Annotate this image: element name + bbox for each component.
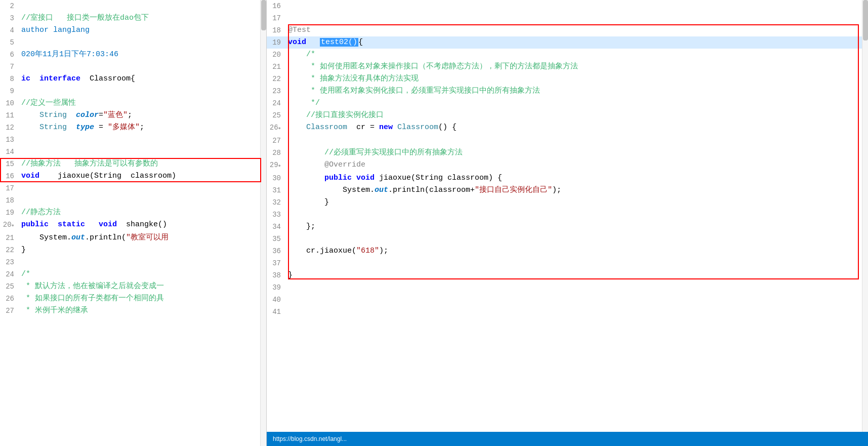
table-row: 28 //必须重写并实现接口中的所有抽象方法 (267, 147, 868, 159)
line-number: 33 (267, 209, 286, 221)
table-row: 23 (0, 256, 266, 268)
right-code-panel: 161718@Test19void test02(){20 /*21 * 如何使… (267, 0, 868, 446)
line-content: /* (286, 49, 868, 61)
line-number: 39 (267, 281, 286, 294)
table-row: 25 * 默认方法，他在被编译之后就会变成一 (0, 280, 266, 293)
table-row: 38} (267, 269, 868, 281)
table-row: 19//静态方法 (0, 207, 266, 219)
table-row: 21 * 如何使用匿名对象来操作接口（不考虑静态方法），剩下的方法都是抽象方法 (267, 61, 868, 73)
line-content: String type = "多媒体"; (19, 121, 266, 134)
line-number: 32 (267, 196, 286, 209)
line-number: 13 (0, 134, 19, 146)
line-number: 19 (0, 207, 19, 219)
left-code-panel: 23//室接口 接口类一般放在dao包下4author langlang5602… (0, 0, 267, 446)
table-row: 6020年11月1日下午7:03:46 (0, 49, 266, 61)
line-number: 24 (267, 97, 286, 109)
line-number: 35 (267, 233, 286, 245)
line-content: @Test (286, 24, 868, 36)
line-number: 31 (267, 184, 286, 196)
line-number: 15 (0, 158, 19, 170)
table-row: 32 } (267, 196, 868, 209)
line-content: //定义一些属性 (19, 97, 266, 109)
line-content: //室接口 接口类一般放在dao包下 (19, 12, 266, 24)
table-row: 8ic interface Classroom{ (0, 73, 266, 85)
line-content: System.out.println(classroom+"接口自己实例化自己"… (286, 184, 868, 196)
line-content: //接口直接实例化接口 (286, 109, 868, 121)
line-number: 17 (267, 12, 286, 24)
line-content: ic interface Classroom{ (19, 73, 266, 85)
table-row: 9 (0, 85, 266, 97)
left-scrollbar-thumb[interactable] (261, 0, 266, 30)
line-number: 26● (267, 121, 286, 135)
line-number: 11 (0, 109, 19, 121)
table-row: 24/* (0, 268, 266, 280)
line-content: } (286, 196, 868, 209)
status-bar: https://blog.csdn.net/langl... (267, 432, 868, 446)
line-number: 3 (0, 12, 19, 24)
line-number: 24 (0, 268, 19, 280)
line-number: 29● (267, 159, 286, 172)
line-content: //必须重写并实现接口中的所有抽象方法 (286, 147, 868, 159)
line-content: * 使用匿名对象实例化接口，必须重写并实现接口中的所有抽象方法 (286, 85, 868, 97)
table-row: 34 }; (267, 221, 868, 233)
table-row: 29● @Override (267, 159, 868, 172)
line-content: void test02(){ (286, 36, 868, 49)
table-row: 17 (0, 182, 266, 194)
table-row: 14 (0, 146, 266, 158)
table-row: 26 * 如果接口的所有子类都有一个相同的具 (0, 293, 266, 305)
right-code-area[interactable]: 161718@Test19void test02(){20 /*21 * 如何使… (267, 0, 868, 432)
line-number: 9 (0, 85, 19, 97)
line-number: 16 (267, 0, 286, 12)
line-content: * 如果接口的所有子类都有一个相同的具 (19, 293, 266, 305)
line-number: 5 (0, 36, 19, 49)
line-number: 21 (0, 232, 19, 244)
line-content: * 米例千米的继承 (19, 305, 266, 317)
table-row: 7 (0, 61, 266, 73)
line-content: * 默认方法，他在被编译之后就会变成一 (19, 280, 266, 293)
table-row: 27 * 米例千米的继承 (0, 305, 266, 317)
line-number: 38 (267, 269, 286, 281)
line-number: 2 (0, 0, 19, 12)
table-row: 25 //接口直接实例化接口 (267, 109, 868, 121)
table-row: 4author langlang (0, 24, 266, 36)
left-code-area[interactable]: 23//室接口 接口类一般放在dao包下4author langlang5602… (0, 0, 266, 432)
table-row: 12 String type = "多媒体"; (0, 121, 266, 134)
line-content: */ (286, 97, 868, 109)
status-url: https://blog.csdn.net/langl... (273, 435, 347, 442)
line-content: cr.jiaoxue("618"); (286, 245, 868, 257)
line-number: 8 (0, 73, 19, 85)
line-number: 22 (0, 244, 19, 256)
line-number: 7 (0, 61, 19, 73)
line-number: 41 (267, 306, 286, 318)
line-number: 23 (0, 256, 19, 268)
right-scrollbar-thumb[interactable] (863, 0, 868, 40)
table-row: 17 (267, 12, 868, 24)
line-content: } (19, 244, 266, 256)
right-scrollbar[interactable] (862, 0, 868, 446)
table-row: 41 (267, 306, 868, 318)
line-number: 37 (267, 257, 286, 269)
line-content: * 如何使用匿名对象来操作接口（不考虑静态方法），剩下的方法都是抽象方法 (286, 61, 868, 73)
line-content: //抽象方法 抽象方法是可以有参数的 (19, 158, 266, 170)
line-number: 19 (267, 36, 286, 49)
table-row: 20 /* (267, 49, 868, 61)
line-number: 4 (0, 24, 19, 36)
table-row: 31 System.out.println(classroom+"接口自己实例化… (267, 184, 868, 196)
line-content: void jiaoxue(String classroom) (19, 170, 266, 182)
line-content: } (286, 269, 868, 281)
table-row: 36 cr.jiaoxue("618"); (267, 245, 868, 257)
table-row: 11 String color="蓝色"; (0, 109, 266, 121)
table-row: 20●public static void shangke() (0, 219, 266, 232)
line-content: public static void shangke() (19, 219, 266, 231)
line-number: 25 (0, 280, 19, 293)
table-row: 21 System.out.println("教室可以用 (0, 232, 266, 244)
left-scrollbar[interactable] (260, 0, 266, 446)
table-row: 18 (0, 194, 266, 207)
line-number: 30 (267, 172, 286, 184)
line-number: 16 (0, 170, 19, 182)
table-row: 24 */ (267, 97, 868, 109)
line-number: 27 (0, 305, 19, 317)
line-number: 10 (0, 97, 19, 109)
line-content: author langlang (19, 24, 266, 36)
line-number: 40 (267, 294, 286, 306)
